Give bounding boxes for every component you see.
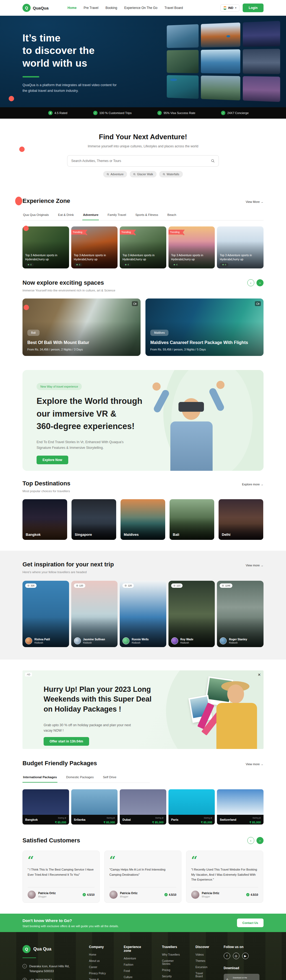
destination-card-bali[interactable]: Bali [170, 499, 214, 540]
package-card-dubai[interactable]: Dubai Starting @ ₹ 85,000 [120, 789, 166, 824]
inspiration-section: Get inspiration for your next trip Here'… [0, 550, 286, 660]
footer-link[interactable]: Terms & Condition [89, 978, 111, 980]
close-icon[interactable]: ✕ [257, 673, 261, 677]
nav-experience-on-the-go[interactable]: Experience On The Go [124, 6, 157, 10]
carousel-prev-button[interactable]: ‹ [247, 837, 254, 844]
footer-link[interactable]: Pricing [162, 969, 183, 972]
inspiration-card[interactable]: 120 Jasmine Sullivan Risikesh [71, 581, 118, 647]
footer-link[interactable]: Themes [195, 959, 211, 963]
tab-self-drive[interactable]: Self Drive [102, 773, 117, 783]
footer-link[interactable]: Security [162, 975, 183, 978]
space-card-bali[interactable]: Bali Best Of Bali With Mount Batur From … [22, 299, 141, 356]
footer-phone[interactable]: ✆ +91-7876678767 [22, 978, 89, 980]
footer-link[interactable]: Privacy Policy [89, 972, 111, 975]
brand-logo[interactable]: Q QuaQua [22, 4, 48, 12]
tab-eat-drink[interactable]: Eat & Drink [57, 210, 74, 220]
offer-countdown-button[interactable]: Offer start in 13h:04m [44, 737, 89, 746]
hero-photo[interactable] [243, 76, 280, 102]
tab-quaqua-originals[interactable]: Qua Qua Originals [22, 210, 49, 220]
footer-link[interactable]: Home [89, 953, 111, 956]
carousel-next-button[interactable]: › [256, 837, 264, 844]
starting-label: Starting @ [155, 817, 164, 819]
nav-booking[interactable]: Booking [105, 6, 117, 10]
footer-link[interactable]: Travel Board [195, 972, 211, 978]
avatar [28, 891, 36, 899]
footer-link[interactable]: Culture [124, 976, 149, 978]
search-input[interactable] [71, 159, 211, 163]
hero-photo[interactable] [167, 24, 199, 48]
hero-photo[interactable] [201, 76, 240, 100]
instagram-icon[interactable]: ◎ [233, 953, 240, 959]
hero-photo[interactable] [243, 49, 280, 74]
hero-photo[interactable] [167, 50, 199, 73]
experience-card[interactable]: Trending Top 3 Adventure sports in Hyder… [168, 226, 215, 269]
top-destinations-section: Top Destinations Most popular choices fo… [22, 471, 264, 545]
package-card-switzerland[interactable]: Switzerland Starting @ ₹ 85,000 [217, 789, 264, 824]
footer-link[interactable]: Why Travellers [162, 953, 183, 956]
package-card-srilanka[interactable]: Srilanka Starting @ ₹ 85,000 [71, 789, 118, 824]
inspiration-view-more-link[interactable]: View more → [246, 564, 264, 567]
starting-label: Starting @ [106, 817, 115, 819]
destination-card-delhi[interactable]: Delhi [219, 499, 263, 540]
hero-photo[interactable] [243, 21, 280, 47]
country-code: IND [228, 6, 233, 10]
destination-card-bangkok[interactable]: Bangkok [22, 499, 67, 540]
space-card-maldives[interactable]: Maldives Maldives Canareef Resort Packag… [145, 299, 264, 356]
experience-card[interactable]: Trending Top 3 Adventure sports in Hyder… [71, 226, 118, 269]
check-icon: ✓ [221, 111, 225, 115]
carousel-prev-button[interactable]: ‹ [247, 279, 254, 286]
footer-link[interactable]: Food [124, 969, 149, 972]
login-button[interactable]: Login [243, 3, 264, 12]
package-price: ₹ 85,000 [201, 821, 212, 824]
footer-link[interactable]: Adventure [124, 957, 149, 960]
avatar [25, 637, 32, 644]
footer-link[interactable]: Excursion [195, 966, 211, 969]
footer-link[interactable]: Customer Stories [162, 959, 183, 966]
footer: Q Qua Qua ⌂ Dwaraka Icon, Kavuri Hills R… [0, 932, 286, 980]
youtube-icon[interactable]: ▶ [242, 953, 249, 959]
nav-home[interactable]: Home [67, 6, 76, 10]
nav-travel-board[interactable]: Travel Board [164, 6, 183, 10]
tab-beach[interactable]: Beach [167, 210, 177, 220]
inspiration-card[interactable]: 120 Ronnie Wells Risikesh [120, 581, 166, 647]
nav-pre-travel[interactable]: Pre Travel [84, 6, 99, 10]
package-card-paris[interactable]: Paris Starting @ ₹ 85,000 [168, 789, 215, 824]
inspiration-card[interactable]: 123 Roy Wade Risikesh [168, 581, 215, 647]
contact-us-button[interactable]: Contact Us [237, 918, 264, 927]
tab-sports-fitness[interactable]: Sports & Fitness [135, 210, 159, 220]
search-chip-glacier-walk[interactable]: Glacier Walk [130, 171, 157, 177]
inspiration-card[interactable]: 1246 Roger Stanley Risikesh [217, 581, 264, 647]
package-card-bangkok[interactable]: Bangkok Starting @ ₹ 85,000 [22, 789, 69, 824]
carousel-next-button[interactable]: › [256, 279, 264, 286]
search-icon[interactable] [211, 159, 215, 163]
destination-card-singapore[interactable]: Singapore [72, 499, 116, 540]
search-chip-waterfalls[interactable]: Waterfalls [159, 171, 183, 177]
top-navigation-bar: Q QuaQua Home Pre Travel Booking Experie… [0, 0, 286, 16]
stat-visa-success: ✓ 95% Visa Success Rate [157, 111, 195, 115]
experience-card[interactable]: Top 3 Adventure sports in Hyderabd,hurry… [22, 226, 69, 269]
explore-more-link[interactable]: Explore more → [242, 483, 264, 486]
footer-link[interactable]: Videos [195, 953, 211, 956]
tab-family-travel[interactable]: Family Travel [107, 210, 127, 220]
tab-international-packages[interactable]: International Packages [22, 773, 57, 783]
experience-view-more-link[interactable]: View More → [246, 200, 264, 204]
footer-link[interactable]: Fashion [124, 963, 149, 966]
experience-card[interactable]: Trending Top 3 Adventure sports in Hyder… [120, 226, 166, 269]
avatar [220, 637, 227, 644]
footer-link[interactable]: Career [89, 966, 111, 969]
app-store-badge[interactable]: ⬨ Download on the App Store [224, 974, 259, 980]
footer-link[interactable]: About us [89, 959, 111, 963]
facebook-icon[interactable]: f [224, 953, 230, 959]
hero-photo[interactable] [201, 49, 240, 74]
search-chip-adventure[interactable]: Adventure [103, 171, 127, 177]
country-selector[interactable]: IND ▼ [221, 4, 240, 12]
explore-now-button[interactable]: Explore Now [37, 456, 68, 464]
tab-domestic-packages[interactable]: Domestic Packages [65, 773, 94, 783]
space-card-price: From Rs. 34,456 / person, 2 Nights / 3 D… [27, 348, 83, 351]
packages-view-more-link[interactable]: View more → [246, 762, 264, 766]
tab-adventure[interactable]: Adventure [82, 210, 99, 220]
inspiration-card[interactable]: 326 Rishna Patil Risikesh [22, 581, 69, 647]
experience-card[interactable]: Top 3 Adventure sports in Hyderabd,hurry… [217, 226, 264, 269]
hero-photo[interactable] [201, 22, 240, 48]
destination-card-maldives[interactable]: Maldives [121, 499, 165, 540]
